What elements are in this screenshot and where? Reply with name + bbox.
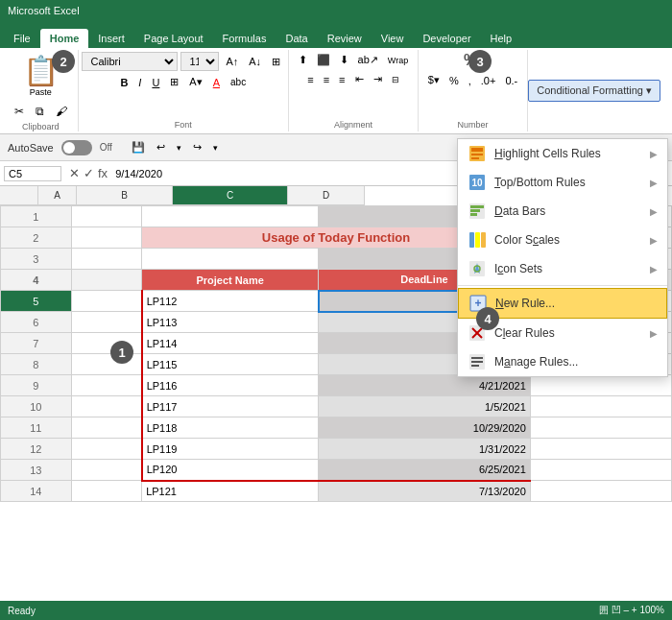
cell-d12[interactable]: [530, 439, 671, 460]
cell-b8[interactable]: LP115: [142, 354, 319, 375]
cut-button[interactable]: ✂: [11, 103, 28, 120]
tab-view[interactable]: View: [372, 29, 414, 48]
increase-indent-button[interactable]: ⇥: [370, 71, 386, 87]
cell-a14[interactable]: [71, 481, 142, 502]
fill-color-button[interactable]: A▾: [185, 74, 205, 90]
insert-function-icon[interactable]: fx: [98, 166, 108, 180]
cell-b3[interactable]: [142, 249, 319, 270]
middle-align-button[interactable]: ⬛: [313, 52, 334, 68]
align-left-button[interactable]: ≡: [303, 71, 317, 87]
save-button[interactable]: 💾: [128, 139, 149, 155]
tab-review[interactable]: Review: [318, 29, 372, 48]
font-size-select[interactable]: 11: [180, 52, 219, 71]
cancel-formula-icon[interactable]: ✕: [69, 166, 80, 180]
top-align-button[interactable]: ⬆: [295, 52, 311, 68]
tab-insert[interactable]: Insert: [88, 29, 134, 48]
cell-a9[interactable]: [71, 375, 142, 396]
increase-font-button[interactable]: A↑: [222, 54, 242, 69]
autosave-toggle[interactable]: [61, 140, 92, 155]
col-a-header[interactable]: A: [38, 186, 77, 205]
cell-b14[interactable]: LP121: [142, 481, 319, 502]
bold-button[interactable]: B: [116, 75, 132, 90]
currency-button[interactable]: $▾: [424, 72, 444, 88]
tab-developer[interactable]: Developer: [413, 29, 480, 48]
cell-b4-header[interactable]: Project Name: [142, 270, 319, 291]
cell-d9[interactable]: [530, 375, 671, 396]
confirm-formula-icon[interactable]: ✓: [84, 166, 94, 180]
col-d-header[interactable]: D: [288, 186, 365, 205]
cell-b9[interactable]: LP116: [142, 375, 319, 396]
decrease-indent-button[interactable]: ⇤: [351, 71, 368, 87]
font-color-button[interactable]: A: [209, 75, 224, 90]
merge-center-button[interactable]: ⊟: [388, 71, 403, 87]
bottom-align-button[interactable]: ⬇: [336, 52, 352, 68]
cell-c11[interactable]: 10/29/2020: [319, 417, 531, 439]
cell-a2[interactable]: [71, 227, 142, 249]
cell-b6[interactable]: LP113: [142, 312, 319, 333]
wrap-text-button[interactable]: Wrap: [384, 52, 412, 68]
tab-formulas[interactable]: Formulas: [213, 29, 276, 48]
cell-c9[interactable]: 4/21/2021: [319, 375, 531, 396]
cell-b12[interactable]: LP119: [142, 439, 319, 460]
data-bars-item[interactable]: Data Bars ▶: [458, 197, 667, 226]
cell-a10[interactable]: [71, 396, 142, 417]
decrease-font-button[interactable]: A↓: [245, 54, 265, 69]
cell-a13[interactable]: [71, 460, 142, 481]
align-right-button[interactable]: ≡: [335, 71, 348, 87]
cell-b13[interactable]: LP120: [142, 460, 319, 481]
comma-style-button[interactable]: ,: [465, 72, 475, 88]
cell-d13[interactable]: [530, 460, 671, 481]
undo-button[interactable]: ↩: [153, 139, 169, 155]
cell-b7[interactable]: LP114: [142, 333, 319, 354]
cell-c12[interactable]: 1/31/2022: [319, 439, 531, 460]
cell-reference-input[interactable]: [4, 166, 61, 181]
cell-a6[interactable]: [71, 312, 142, 333]
redo-arrow[interactable]: ▾: [209, 141, 222, 155]
cell-a4[interactable]: [71, 270, 142, 291]
col-b-header[interactable]: B: [77, 186, 173, 205]
cell-a11[interactable]: [71, 417, 142, 439]
redo-button[interactable]: ↪: [189, 139, 205, 155]
tab-help[interactable]: Help: [481, 29, 522, 48]
cell-b1[interactable]: [142, 206, 319, 227]
undo-arrow[interactable]: ▾: [173, 141, 185, 155]
format-cells-button[interactable]: ⊞: [268, 54, 284, 70]
border-button[interactable]: ⊞: [166, 74, 182, 90]
percent-button[interactable]: %: [445, 72, 463, 88]
italic-button[interactable]: I: [134, 75, 145, 90]
cell-c14[interactable]: 7/13/2020: [319, 481, 531, 502]
cell-d14[interactable]: [530, 481, 671, 502]
cell-b10[interactable]: LP117: [142, 396, 319, 417]
cell-a5[interactable]: [71, 291, 142, 312]
strikethrough-button[interactable]: abc: [227, 75, 250, 89]
tab-data[interactable]: Data: [276, 29, 317, 48]
orientation-button[interactable]: ab↗: [354, 52, 382, 68]
decrease-decimal-button[interactable]: 0.-: [501, 72, 521, 88]
increase-decimal-button[interactable]: .0+: [477, 72, 500, 88]
manage-rules-item[interactable]: Manage Rules...: [458, 347, 667, 376]
conditional-formatting-button[interactable]: Conditional Formatting ▾: [528, 80, 660, 102]
font-name-select[interactable]: Calibri: [82, 52, 178, 71]
tab-file[interactable]: File: [4, 29, 40, 48]
color-scales-item[interactable]: Color Scales ▶: [458, 226, 667, 254]
highlight-cells-item[interactable]: Highlight Cells Rules ▶: [458, 139, 667, 168]
col-c-header[interactable]: C: [173, 186, 288, 205]
tab-home[interactable]: Home: [40, 29, 89, 48]
icon-sets-item[interactable]: Icon Sets ▶: [458, 254, 667, 283]
manage-rules-label: Manage Rules...: [494, 355, 658, 369]
cell-b5[interactable]: LP112: [142, 291, 319, 312]
format-painter-button[interactable]: 🖌: [52, 103, 71, 120]
underline-button[interactable]: U: [148, 75, 163, 90]
copy-button[interactable]: ⧉: [32, 103, 48, 120]
cell-a1[interactable]: [71, 206, 142, 227]
cell-d10[interactable]: [530, 396, 671, 417]
align-center-button[interactable]: ≡: [320, 71, 333, 87]
cell-d11[interactable]: [530, 417, 671, 439]
cell-a3[interactable]: [71, 249, 142, 270]
cell-b11[interactable]: LP118: [142, 417, 319, 439]
cell-c13[interactable]: 6/25/2021: [319, 460, 531, 481]
tab-page-layout[interactable]: Page Layout: [134, 29, 213, 48]
top-bottom-item[interactable]: 10 Top/Bottom Rules ▶: [458, 168, 667, 197]
cell-c10[interactable]: 1/5/2021: [319, 396, 531, 417]
cell-a12[interactable]: [71, 439, 142, 460]
